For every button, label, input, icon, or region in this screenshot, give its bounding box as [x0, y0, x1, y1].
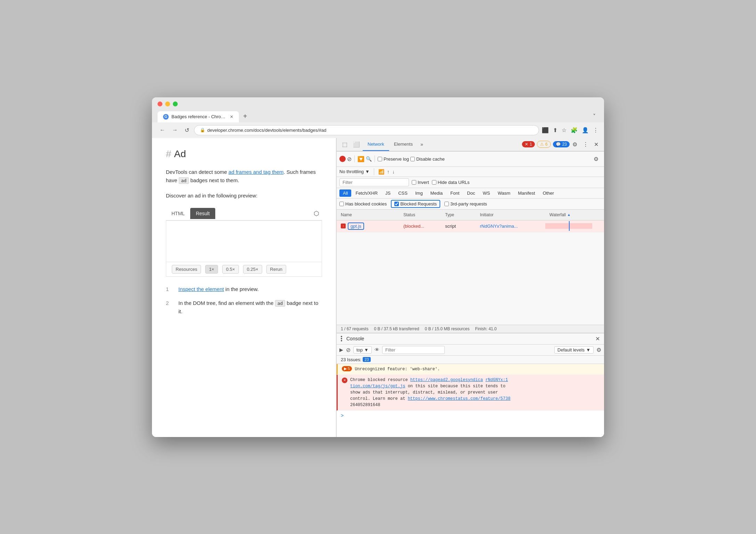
throttle-label: No throttling	[339, 169, 364, 174]
tab-more-button[interactable]: ˅	[590, 110, 598, 122]
btn-rerun[interactable]: Rerun	[266, 265, 286, 274]
type-manifest-button[interactable]: Manifest	[514, 189, 538, 197]
network-settings-button[interactable]: ⚙	[591, 153, 601, 165]
error-badge[interactable]: ✕ 1	[522, 141, 535, 147]
type-ws-button[interactable]: WS	[479, 189, 493, 197]
context-select[interactable]: top ▼	[353, 346, 372, 354]
throttle-select[interactable]: No throttling ▼	[339, 169, 370, 174]
upload-icon[interactable]: ↑	[387, 169, 389, 175]
chromestatus-link[interactable]: https://www.chromestatus.com/feature/573…	[408, 396, 510, 401]
console-close-button[interactable]: ✕	[595, 335, 600, 342]
col-waterfall[interactable]: Waterfall ▲	[545, 211, 604, 219]
blocked-url-link1[interactable]: https://pagead2.googlesyndica	[410, 378, 483, 382]
ad-frames-link[interactable]: ad frames and tag them	[228, 169, 283, 175]
tab-network[interactable]: Network	[363, 138, 389, 151]
search-button[interactable]: 🔍	[366, 156, 372, 162]
blocked-requests-input[interactable]	[394, 202, 399, 206]
inspect-element-link[interactable]: Inspect the element	[178, 286, 224, 292]
back-button[interactable]: ←	[158, 126, 167, 135]
codepen-icon[interactable]: ⬡	[311, 207, 322, 220]
type-media-button[interactable]: Media	[427, 189, 446, 197]
third-party-checkbox[interactable]: 3rd-party requests	[444, 201, 487, 207]
disable-cache-input[interactable]	[410, 157, 415, 161]
col-initiator[interactable]: Initiator	[476, 211, 545, 219]
browser-tab[interactable]: G Badges reference - Chrome De ✕	[158, 111, 239, 122]
third-party-input[interactable]	[444, 202, 449, 206]
execute-button[interactable]: ▶	[339, 347, 343, 353]
bookmark-icon[interactable]: ☆	[562, 127, 566, 134]
hide-data-urls-checkbox[interactable]: Hide data URLs	[432, 180, 470, 185]
invert-checkbox[interactable]: Invert	[412, 180, 429, 185]
address-input[interactable]: 🔒 developer.chrome.com/docs/devtools/ele…	[194, 125, 539, 135]
tab-html[interactable]: HTML	[166, 208, 190, 219]
table-row[interactable]: ! gpt.js (blocked... script rNdGNYx?anim…	[337, 220, 604, 232]
hide-data-urls-input[interactable]	[432, 180, 436, 185]
col-name[interactable]: Name	[337, 211, 399, 219]
row-initiator[interactable]: rNdGNYx?anima...	[476, 221, 545, 231]
forward-button[interactable]: →	[170, 126, 180, 135]
has-blocked-cookies-input[interactable]	[339, 202, 344, 206]
profile-icon[interactable]: 👤	[582, 127, 589, 134]
wifi-icon[interactable]: 📶	[378, 169, 384, 175]
filter-input[interactable]	[339, 178, 409, 186]
invert-input[interactable]	[412, 180, 416, 185]
col-status[interactable]: Status	[399, 211, 441, 219]
has-blocked-cookies-checkbox[interactable]: Has blocked cookies	[339, 201, 387, 207]
preserve-log-input[interactable]	[378, 157, 382, 161]
refresh-button[interactable]: ↺	[183, 126, 191, 135]
blocked-url-link2[interactable]: tion.com/tag/js/gpt.js	[350, 384, 405, 389]
devtools-settings-button[interactable]: ⚙	[570, 138, 580, 151]
type-wasm-button[interactable]: Wasm	[494, 189, 514, 197]
extensions-icon[interactable]: 🧩	[571, 127, 578, 134]
new-tab-button[interactable]: +	[239, 110, 251, 122]
console-panel: Console ✕ ▶ ⊘ top ▼ 👁 Default levels ▼	[337, 333, 604, 437]
main-content: # Ad DevTools can detect some ad frames …	[152, 138, 604, 437]
more-tabs-button[interactable]: »	[418, 139, 426, 150]
filter-button[interactable]: 🔽	[357, 156, 364, 162]
devtools-close-button[interactable]: ✕	[591, 138, 601, 151]
type-fetch-xhr-button[interactable]: Fetch/XHR	[352, 189, 381, 197]
tab-elements[interactable]: Elements	[389, 138, 418, 151]
type-other-button[interactable]: Other	[539, 189, 558, 197]
blocked-requests-checkbox[interactable]: Blocked Requests	[391, 200, 440, 208]
type-font-button[interactable]: Font	[447, 189, 463, 197]
console-filter-input[interactable]	[382, 346, 445, 354]
ad-badge-step2: ad	[275, 300, 285, 307]
disable-cache-checkbox[interactable]: Disable cache	[410, 156, 445, 162]
issues-badge[interactable]: 23	[363, 357, 370, 362]
share-icon[interactable]: ⬆	[553, 127, 557, 134]
type-all-button[interactable]: All	[339, 189, 351, 197]
record-button[interactable]	[339, 156, 346, 162]
btn-half[interactable]: 0.5×	[222, 265, 239, 274]
clear-button[interactable]: ⊘	[347, 156, 352, 162]
minimize-button[interactable]	[165, 102, 170, 106]
inspect-mode-button[interactable]: ⬚	[339, 138, 350, 151]
tab-close-button[interactable]: ✕	[230, 114, 233, 119]
console-clear-button[interactable]: ⊘	[346, 347, 351, 353]
devtools-more-button[interactable]: ⋮	[580, 138, 591, 151]
preserve-log-checkbox[interactable]: Preserve log	[378, 156, 409, 162]
default-levels-select[interactable]: Default levels ▼	[554, 346, 594, 354]
col-type[interactable]: Type	[441, 211, 476, 219]
console-prompt[interactable]: >	[337, 411, 604, 420]
device-toolbar-button[interactable]: ⬜	[350, 138, 363, 151]
row-name[interactable]: ! gpt.js	[337, 220, 399, 232]
type-js-button[interactable]: JS	[382, 189, 394, 197]
type-img-button[interactable]: Img	[412, 189, 426, 197]
download-icon[interactable]: ↓	[392, 169, 395, 175]
warning-badge[interactable]: ⚠ 6	[537, 141, 551, 148]
close-button[interactable]	[158, 102, 162, 106]
cast-icon[interactable]: ⬛	[542, 127, 549, 134]
type-doc-button[interactable]: Doc	[464, 189, 478, 197]
type-css-button[interactable]: CSS	[395, 189, 411, 197]
console-settings-button[interactable]: ⚙	[596, 347, 601, 353]
more-options-icon[interactable]: ⋮	[593, 127, 598, 134]
btn-1x[interactable]: 1×	[205, 265, 218, 274]
file-name-link[interactable]: gpt.js	[348, 222, 364, 230]
btn-quarter[interactable]: 0.25×	[243, 265, 262, 274]
maximize-button[interactable]	[173, 102, 178, 106]
eye-button[interactable]: 👁	[375, 347, 379, 353]
tab-result[interactable]: Result	[190, 208, 215, 219]
info-badge[interactable]: 💬 23	[553, 141, 570, 147]
finish-time: Finish: 41.0	[475, 326, 497, 331]
